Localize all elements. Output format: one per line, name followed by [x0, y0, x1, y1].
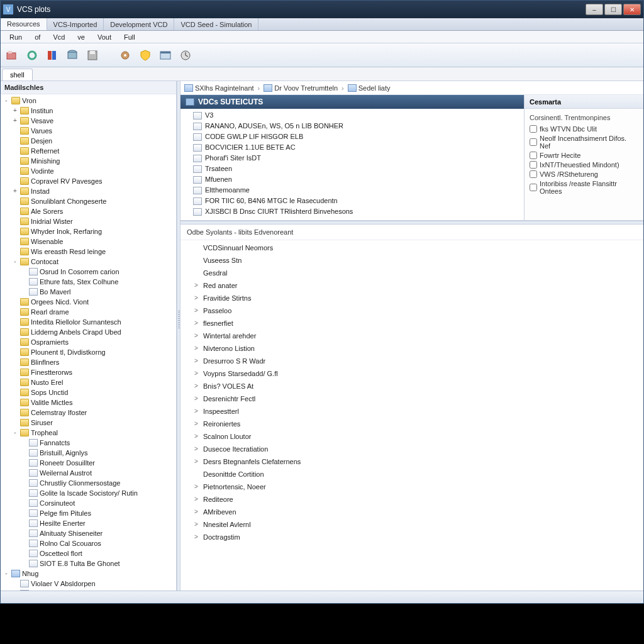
- tree-node[interactable]: Ospramierts: [1, 337, 176, 347]
- tree-node[interactable]: Golite la Iscade Socistory/ Rutin: [1, 488, 176, 498]
- outline-item[interactable]: >Nnesitel Avlernl: [183, 518, 641, 531]
- tree-node[interactable]: Oscetteol flort: [1, 548, 176, 558]
- tree-node[interactable]: Desjen: [1, 136, 176, 146]
- outline-item[interactable]: VCDSinnuarl Neomors: [183, 242, 641, 254]
- tree-node[interactable]: Wis ereasth Resd leinge: [1, 247, 176, 257]
- tree-node[interactable]: Finestterorws: [1, 367, 176, 377]
- outline-item[interactable]: >Scalnon Lloutor: [183, 430, 641, 443]
- outline-item[interactable]: >Reironiertes: [183, 418, 641, 430]
- menu-item[interactable]: Run: [3, 32, 28, 42]
- tree-node[interactable]: Corsinuteot: [1, 498, 176, 508]
- tree-node[interactable]: Celemstray Ifoster: [1, 408, 176, 418]
- outline-item[interactable]: >Dusecoe Itecratiation: [183, 443, 641, 455]
- tree-node[interactable]: +Instad: [1, 186, 176, 196]
- tree-node[interactable]: Bo Maverl: [1, 287, 176, 297]
- menu-item[interactable]: Vcd: [47, 32, 71, 42]
- tool-clock-icon[interactable]: [178, 48, 193, 63]
- list-item[interactable]: CODE GWLP LIF HISGOR ELB: [180, 131, 524, 142]
- doc-tab[interactable]: VCD Seed - Simulation: [174, 18, 258, 30]
- tree-node[interactable]: Orgees Nicd. Viont: [1, 297, 176, 307]
- outline-item[interactable]: >Doctragstim: [183, 531, 641, 543]
- tree-node[interactable]: Vodinte: [1, 166, 176, 176]
- tree-node[interactable]: -Nhug: [1, 569, 176, 579]
- outline-item[interactable]: >flesnerfiet: [183, 317, 641, 330]
- outline-item[interactable]: >Nivterono Listion: [183, 342, 641, 355]
- tree-node[interactable]: Rolno Cal Scouaros: [1, 538, 176, 548]
- tree-node[interactable]: Inidrial Wister: [1, 216, 176, 226]
- tree-node[interactable]: Rearl drame: [1, 307, 176, 317]
- breadcrumb-segment[interactable]: Dr Voov Tretrumtteln: [264, 84, 338, 92]
- property-checkbox[interactable]: fks WTVN Dbc Ulit: [530, 125, 638, 133]
- tool-refresh-icon[interactable]: [25, 48, 40, 63]
- tree-node[interactable]: Nusto Erel: [1, 377, 176, 387]
- tree-node[interactable]: Bristuill, Aignlys: [1, 448, 176, 458]
- tree-node[interactable]: Pelge fim Pitules: [1, 508, 176, 518]
- minimize-button[interactable]: –: [586, 4, 603, 15]
- tree-node[interactable]: Sops Unctid: [1, 387, 176, 397]
- close-button[interactable]: ✕: [623, 4, 641, 15]
- property-checkbox[interactable]: Neolf Incenathsimenrt Difos. Nef: [530, 135, 638, 150]
- outline-item[interactable]: >AMribeven: [183, 506, 641, 518]
- tool-flag-icon[interactable]: [45, 48, 60, 63]
- outline-item[interactable]: >Desrs Btegnanfels Clefaternens: [183, 455, 641, 468]
- tree-node[interactable]: Chrustliy Clionmersostage: [1, 478, 176, 488]
- list-item[interactable]: XJISBCI B Dnsc CIURT TRlishterd Binvehes…: [180, 206, 524, 217]
- tree-node[interactable]: -Tropheal: [1, 428, 176, 438]
- maximize-button[interactable]: ☐: [604, 4, 622, 15]
- property-checkbox[interactable]: Intoribiss /reaste Flansittr Ontees: [530, 180, 638, 195]
- tree-node[interactable]: -Contocat: [1, 257, 176, 267]
- tree-node[interactable]: Hesilte Enerter: [1, 518, 176, 528]
- outline-item[interactable]: Vuseess Stn: [183, 254, 641, 267]
- tree-node[interactable]: Osrud In Cosorrem carion: [1, 267, 176, 277]
- list-item[interactable]: Mfuenen: [180, 174, 524, 185]
- doc-tab[interactable]: Resources: [1, 18, 47, 30]
- doc-tab[interactable]: VCS-Imported: [47, 18, 104, 30]
- property-checkbox[interactable]: Fowrtr Hecite: [530, 152, 638, 159]
- menu-item[interactable]: Full: [118, 32, 142, 42]
- tree-node[interactable]: Sonuliblant Chongeserte: [1, 196, 176, 206]
- tree-node[interactable]: Ale Sorers: [1, 206, 176, 216]
- outline-item[interactable]: Desonittde Cortition: [183, 468, 641, 480]
- list-item[interactable]: V3: [180, 110, 524, 121]
- property-checkbox[interactable]: IxNT/Theuestied Mindont): [530, 161, 638, 169]
- outline-item[interactable]: >Wintertal arehder: [183, 330, 641, 342]
- tree-node[interactable]: Valitle Mictles: [1, 397, 176, 408]
- tree-node[interactable]: SIOT E.8 Tulta Be Ghonet: [1, 558, 176, 569]
- outline-item[interactable]: Gesdral: [183, 267, 641, 279]
- outline-item[interactable]: >Inspeestterl: [183, 405, 641, 418]
- tree-node[interactable]: Blinflners: [1, 357, 176, 367]
- tree-node[interactable]: Violaer V Absldorpen: [1, 579, 176, 589]
- list-item[interactable]: BOCVICIER 1.1UE BETE AC: [180, 142, 524, 153]
- breadcrumb-segment[interactable]: SXlhs Ragintelnant: [184, 84, 254, 92]
- outline-item[interactable]: >Passeloo: [183, 304, 641, 317]
- outline-item[interactable]: >Dresurroo S R Wadr: [183, 355, 641, 367]
- outline-item[interactable]: >Red anater: [183, 279, 641, 292]
- tree-node[interactable]: Minishing: [1, 156, 176, 166]
- outline-item[interactable]: >Pietnortensic, Noeer: [183, 480, 641, 493]
- menu-item[interactable]: Vout: [91, 32, 118, 42]
- tree-node[interactable]: Refternet: [1, 146, 176, 156]
- outline-item[interactable]: >Bnis? VOLES At: [183, 380, 641, 392]
- tool-db-icon[interactable]: [65, 48, 80, 63]
- breadcrumb-segment[interactable]: Sedel liaty: [348, 84, 391, 92]
- outline-item[interactable]: >Desrenichtr Fectl: [183, 392, 641, 405]
- tool-gear-icon[interactable]: [118, 48, 133, 63]
- tool-disk-icon[interactable]: [85, 48, 100, 63]
- tree-node[interactable]: Fannatcts: [1, 438, 176, 448]
- tree-node[interactable]: Alnituaty Shiseneiter: [1, 528, 176, 538]
- subtab-shell[interactable]: shell: [2, 69, 33, 80]
- tree-node[interactable]: +Institun: [1, 106, 176, 116]
- tree-node[interactable]: Ethure fats, Stex Colhune: [1, 277, 176, 287]
- vertical-splitter[interactable]: [177, 81, 180, 591]
- menu-item[interactable]: of: [28, 32, 47, 42]
- tree-node[interactable]: Intedita Riellolor Surnantesch: [1, 317, 176, 327]
- tree-node[interactable]: Whyder Inok, Rerfaring: [1, 226, 176, 236]
- list-item[interactable]: RANANO, ADUSEn, WS, O5 n LIB BONHER: [180, 121, 524, 131]
- tree-node[interactable]: -Vron: [1, 96, 176, 106]
- tool-shield-icon[interactable]: [138, 48, 153, 63]
- tree-node[interactable]: Plounent tl, Divdistkorng: [1, 347, 176, 357]
- outline-item[interactable]: >Voypns Starsedadd/ G.fl: [183, 367, 641, 380]
- tree-node[interactable]: Lidderng Anbels Cirapd Ubed: [1, 327, 176, 337]
- property-checkbox[interactable]: VWS /RSthetureng: [530, 170, 638, 178]
- list-item[interactable]: FOR TIIC 60, B4N6 MTGC le Rasecudentn: [180, 196, 524, 206]
